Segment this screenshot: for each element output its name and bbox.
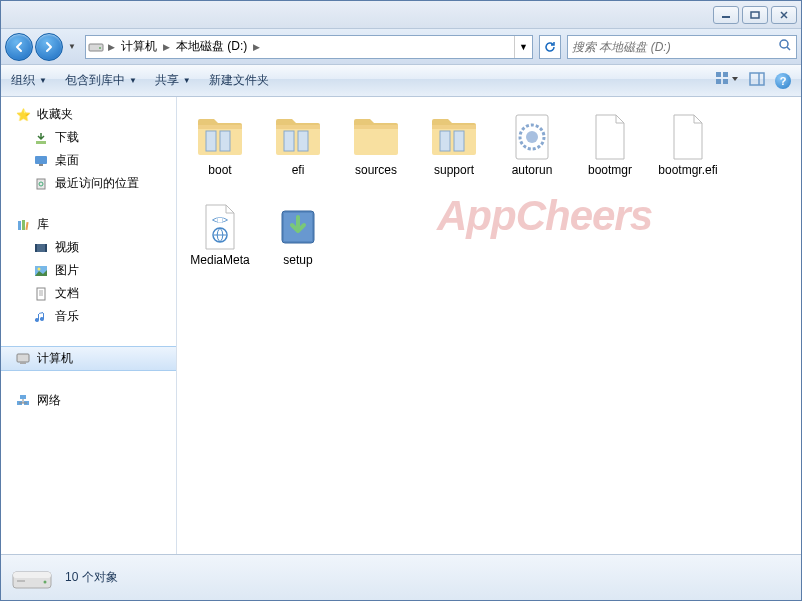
chevron-down-icon: ▼: [183, 76, 191, 85]
file-label: support: [434, 163, 474, 177]
drive-icon: [11, 562, 53, 594]
sidebar-desktop[interactable]: 桌面: [1, 149, 176, 172]
file-label: bootmgr: [588, 163, 632, 177]
svg-rect-32: [20, 362, 26, 364]
music-icon: [33, 309, 49, 325]
address-bar[interactable]: ▶ 计算机 ▶ 本地磁盘 (D:) ▶ ▼: [85, 35, 533, 59]
svg-rect-12: [750, 73, 764, 85]
svg-rect-17: [37, 179, 45, 189]
sidebar-favorites[interactable]: ⭐收藏夹: [1, 103, 176, 126]
search-box[interactable]: [567, 35, 797, 59]
computer-icon: [15, 351, 31, 367]
svg-rect-23: [35, 244, 37, 252]
organize-menu[interactable]: 组织▼: [11, 72, 47, 89]
svg-rect-11: [723, 79, 728, 84]
breadcrumb-drive[interactable]: 本地磁盘 (D:): [172, 36, 251, 58]
svg-point-6: [780, 40, 788, 48]
share-menu[interactable]: 共享▼: [155, 72, 191, 89]
file-label: sources: [355, 163, 397, 177]
svg-line-7: [787, 47, 790, 50]
sidebar-network[interactable]: 网络: [1, 389, 176, 412]
sidebar-music[interactable]: 音乐: [1, 305, 176, 328]
file-label: MediaMeta: [190, 253, 249, 267]
file-bootmgr-efi[interactable]: bootmgr.efi: [649, 109, 727, 199]
sidebar-downloads[interactable]: 下载: [1, 126, 176, 149]
file-label: bootmgr.efi: [658, 163, 717, 177]
chevron-down-icon: ▼: [39, 76, 47, 85]
settings-file-icon: [508, 113, 556, 161]
sidebar-recent[interactable]: 最近访问的位置: [1, 172, 176, 195]
sidebar-pictures[interactable]: 图片: [1, 259, 176, 282]
file-mediameta[interactable]: <□> MediaMeta: [181, 199, 259, 289]
separator-icon: ▶: [251, 42, 262, 52]
svg-rect-42: [284, 131, 294, 151]
history-dropdown[interactable]: ▼: [65, 42, 79, 51]
refresh-button[interactable]: [539, 35, 561, 59]
desktop-icon: [33, 153, 49, 169]
svg-rect-14: [36, 141, 46, 144]
file-setup[interactable]: setup: [259, 199, 337, 289]
svg-rect-43: [298, 131, 308, 151]
svg-rect-4: [89, 44, 103, 51]
drive-icon: [86, 41, 106, 53]
file-list: AppCheers boot efi sources support autor…: [177, 97, 801, 554]
include-library-menu[interactable]: 包含到库中▼: [65, 72, 137, 89]
svg-rect-47: [454, 131, 464, 151]
xml-file-icon: <□>: [196, 203, 244, 251]
blank-file-icon: [664, 113, 712, 161]
svg-rect-8: [716, 72, 721, 77]
navigation-bar: ▼ ▶ 计算机 ▶ 本地磁盘 (D:) ▶ ▼: [1, 29, 801, 65]
svg-rect-16: [39, 164, 43, 166]
installer-icon: [274, 203, 322, 251]
svg-rect-59: [17, 580, 25, 582]
minimize-button[interactable]: [713, 6, 739, 24]
svg-rect-57: [13, 572, 51, 578]
folder-icon: [352, 113, 400, 161]
file-label: efi: [292, 163, 305, 177]
svg-point-5: [99, 47, 101, 49]
folder-icon: [196, 113, 244, 161]
command-bar: 组织▼ 包含到库中▼ 共享▼ 新建文件夹 ?: [1, 65, 801, 97]
folder-efi[interactable]: efi: [259, 109, 337, 199]
sidebar-videos[interactable]: 视频: [1, 236, 176, 259]
chevron-down-icon: ▼: [129, 76, 137, 85]
svg-rect-10: [716, 79, 721, 84]
recent-icon: [33, 176, 49, 192]
picture-icon: [33, 263, 49, 279]
folder-boot[interactable]: boot: [181, 109, 259, 199]
svg-rect-40: [220, 131, 230, 151]
maximize-button[interactable]: [742, 6, 768, 24]
search-icon[interactable]: [778, 38, 792, 55]
folder-sources[interactable]: sources: [337, 109, 415, 199]
svg-rect-9: [723, 72, 728, 77]
sidebar-libraries[interactable]: 库: [1, 213, 176, 236]
title-bar: [1, 1, 801, 29]
back-button[interactable]: [5, 33, 33, 61]
file-autorun[interactable]: autorun: [493, 109, 571, 199]
download-icon: [33, 130, 49, 146]
close-button[interactable]: [771, 6, 797, 24]
document-icon: [33, 286, 49, 302]
navigation-pane: ⭐收藏夹 下载 桌面 最近访问的位置 库 视频 图片 文档 音乐 计算机 网络: [1, 97, 177, 554]
help-button[interactable]: ?: [775, 73, 791, 89]
svg-rect-24: [45, 244, 47, 252]
status-text: 10 个对象: [65, 569, 118, 586]
search-input[interactable]: [572, 40, 778, 54]
svg-rect-21: [25, 221, 28, 229]
svg-rect-31: [17, 354, 29, 362]
breadcrumb-computer[interactable]: 计算机: [117, 36, 161, 58]
folder-icon: [430, 113, 478, 161]
view-options-button[interactable]: [715, 71, 739, 90]
svg-rect-39: [206, 131, 216, 151]
file-bootmgr[interactable]: bootmgr: [571, 109, 649, 199]
folder-icon: [274, 113, 322, 161]
forward-button[interactable]: [35, 33, 63, 61]
sidebar-documents[interactable]: 文档: [1, 282, 176, 305]
preview-pane-button[interactable]: [749, 72, 765, 89]
network-icon: [15, 393, 31, 409]
svg-text:<□>: <□>: [212, 215, 228, 225]
sidebar-computer[interactable]: 计算机: [1, 346, 176, 371]
new-folder-button[interactable]: 新建文件夹: [209, 72, 269, 89]
address-dropdown[interactable]: ▼: [514, 36, 532, 58]
folder-support[interactable]: support: [415, 109, 493, 199]
